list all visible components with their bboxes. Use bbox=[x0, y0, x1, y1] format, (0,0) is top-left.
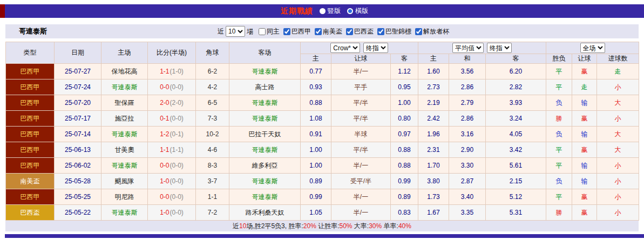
col-header-score: 比分(半场) bbox=[148, 42, 196, 64]
odds1-handicap-cell: 半/一 bbox=[331, 158, 391, 174]
col-header-type: 类型 bbox=[6, 42, 55, 64]
odds-company-select[interactable]: Crow* bbox=[330, 43, 360, 53]
date-cell: 25-06-13 bbox=[55, 142, 101, 158]
odds2-home-cell: 3.80 bbox=[418, 174, 449, 189]
handicap-result-cell: 输 bbox=[572, 127, 597, 142]
odds-time-select-1[interactable]: 终指 bbox=[363, 43, 388, 53]
col-header-handicap-result: 让球 bbox=[572, 54, 597, 64]
odds2-away-cell: 6.20 bbox=[486, 64, 546, 79]
radio-label: 橫版 bbox=[355, 6, 368, 16]
checkbox-input[interactable] bbox=[283, 28, 290, 35]
col-header-odds2-home: 主 bbox=[418, 54, 449, 64]
outcome-cell: 负 bbox=[546, 174, 572, 189]
score-cell: 0-0(0-0) bbox=[148, 158, 196, 174]
corners-cell: 8-3 bbox=[196, 158, 229, 174]
checkbox-input[interactable] bbox=[346, 28, 353, 35]
checkbox-input[interactable] bbox=[259, 28, 266, 35]
odds1-handicap-cell: 受平/半 bbox=[331, 174, 391, 189]
filter-bar: 哥連泰斯 近 10 場 同主巴西甲南美盃巴西盃巴聖錦標解放者杯 bbox=[5, 24, 639, 38]
odds1-home-cell: 1.05 bbox=[301, 205, 331, 221]
odds-time-select-2[interactable]: 终指 bbox=[487, 43, 512, 53]
radio-icon[interactable] bbox=[347, 8, 353, 14]
avg-company-select[interactable]: 平均值 bbox=[452, 43, 484, 53]
league-filter-group: 同主巴西甲南美盃巴西盃巴聖錦標解放者杯 bbox=[255, 27, 449, 36]
radio-icon[interactable] bbox=[320, 8, 326, 14]
layout-option-vertical[interactable]: 豎版 bbox=[320, 6, 341, 16]
filter-checkbox[interactable]: 同主 bbox=[255, 27, 280, 36]
odds2-draw-cell: 3.16 bbox=[449, 127, 486, 142]
radio-label: 豎版 bbox=[328, 6, 341, 16]
outcome-cell: 平 bbox=[546, 158, 572, 174]
layout-option-horizontal[interactable]: 橫版 bbox=[347, 6, 368, 16]
odds1-home-cell: 0.89 bbox=[301, 174, 331, 189]
panel-header-bar: 近期戰績 豎版 橫版 bbox=[5, 4, 644, 18]
odds1-handicap-cell: 半/一 bbox=[331, 189, 391, 205]
score-cell: 1-2(0-1) bbox=[148, 127, 196, 142]
filter-checkbox[interactable]: 解放者杯 bbox=[411, 27, 449, 36]
home-team-cell: 颶風隊 bbox=[101, 174, 148, 189]
left-edge-block bbox=[0, 4, 5, 18]
panel-title: 近期戰績 bbox=[281, 6, 313, 16]
score-cell: 0-0(0-0) bbox=[148, 79, 196, 95]
handicap-result-cell: 赢 bbox=[572, 189, 597, 205]
odds2-draw-cell: 2.86 bbox=[449, 111, 486, 127]
filter-checkbox[interactable]: 巴聖錦標 bbox=[374, 27, 411, 36]
filter-checkbox[interactable]: 巴西盃 bbox=[342, 27, 374, 36]
handicap-result-cell: 赢 bbox=[572, 205, 597, 221]
filter-checkbox[interactable]: 南美盃 bbox=[311, 27, 342, 36]
outcome-cell: 平 bbox=[546, 79, 572, 95]
checkbox-label: 解放者杯 bbox=[423, 27, 449, 36]
odds-group-company: Crow* 终指 bbox=[301, 42, 418, 54]
date-cell: 25-07-20 bbox=[55, 95, 101, 111]
odds2-away-cell: 5.31 bbox=[486, 205, 546, 221]
scope-select[interactable]: 全场 bbox=[580, 43, 605, 53]
away-team-cell: 巴拉干天奴 bbox=[229, 127, 301, 142]
corners-cell: 7-3 bbox=[196, 111, 229, 127]
results-table: 类型 日期 主场 比分(半场) 角球 客场 Crow* 终指 平均值 终指 全场 bbox=[5, 42, 639, 221]
home-team-cell: 哥連泰斯 bbox=[101, 127, 148, 142]
goals-result-cell: 大 bbox=[597, 142, 639, 158]
date-cell: 25-05-25 bbox=[55, 189, 101, 205]
outcome-cell: 平 bbox=[546, 142, 572, 158]
home-team-cell: 哥連泰斯 bbox=[101, 205, 148, 221]
games-label: 場 bbox=[247, 27, 253, 36]
league-cell: 巴西盃 bbox=[6, 205, 55, 221]
handicap-result-cell: 赢 bbox=[572, 142, 597, 158]
corners-cell: 6-5 bbox=[196, 95, 229, 111]
match-row: 巴西甲25-07-14哥連泰斯1-2(0-1)10-2巴拉干天奴0.91半球0.… bbox=[6, 127, 639, 142]
match-row: 南美盃25-05-28颶風隊1-0(0-0)3-7哥連泰斯0.89受平/半0.9… bbox=[6, 174, 639, 189]
odds2-home-cell: 1.73 bbox=[418, 189, 449, 205]
recent-count-select[interactable]: 10 bbox=[226, 26, 245, 37]
checkbox-input[interactable] bbox=[315, 28, 322, 35]
league-cell: 巴西甲 bbox=[6, 111, 55, 127]
league-cell: 南美盃 bbox=[6, 174, 55, 189]
stats-segment: 30% bbox=[369, 222, 382, 230]
odds2-draw-cell: 3.56 bbox=[449, 64, 486, 79]
filter-checkbox[interactable]: 巴西甲 bbox=[280, 27, 311, 36]
odds1-away-cell: 0.80 bbox=[391, 111, 418, 127]
odds1-away-cell: 0.89 bbox=[391, 189, 418, 205]
odds1-away-cell: 0.99 bbox=[391, 174, 418, 189]
match-row: 巴西甲25-06-02哥連泰斯0-0(0-0)8-3維多利亞1.00半/一0.8… bbox=[6, 158, 639, 174]
odds2-home-cell: 1.67 bbox=[418, 205, 449, 221]
odds1-handicap-cell: 平/半 bbox=[331, 142, 391, 158]
stats-line: 近10场,胜2平5负3, 胜率:20% 让胜率:50% 大率:30% 单率:40… bbox=[233, 222, 411, 231]
home-team-cell: 明尼路 bbox=[101, 189, 148, 205]
checkbox-label: 南美盃 bbox=[323, 27, 342, 36]
odds2-away-cell: 3.93 bbox=[486, 95, 546, 111]
handicap-result-cell: 赢 bbox=[572, 64, 597, 79]
odds1-home-cell: 0.91 bbox=[301, 127, 331, 142]
corners-cell: 6-2 bbox=[196, 64, 229, 79]
near-label: 近 bbox=[218, 27, 224, 36]
odds2-home-cell: 1.60 bbox=[418, 64, 449, 79]
stats-segment: 近 bbox=[233, 222, 239, 230]
odds2-away-cell: 5.61 bbox=[486, 158, 546, 174]
outcome-cell: 勝 bbox=[546, 205, 572, 221]
away-team-cell: 哥連泰斯 bbox=[229, 95, 301, 111]
odds1-handicap-cell: 半/一 bbox=[331, 64, 391, 79]
match-row: 巴西盃25-05-22哥連泰斯1-0(0-0)7-2路禾利桑天奴1.05半/一0… bbox=[6, 205, 639, 221]
odds1-handicap-cell: 半球 bbox=[331, 127, 391, 142]
checkbox-input[interactable] bbox=[415, 28, 422, 35]
league-cell: 巴西甲 bbox=[6, 64, 55, 79]
checkbox-input[interactable] bbox=[377, 28, 384, 35]
